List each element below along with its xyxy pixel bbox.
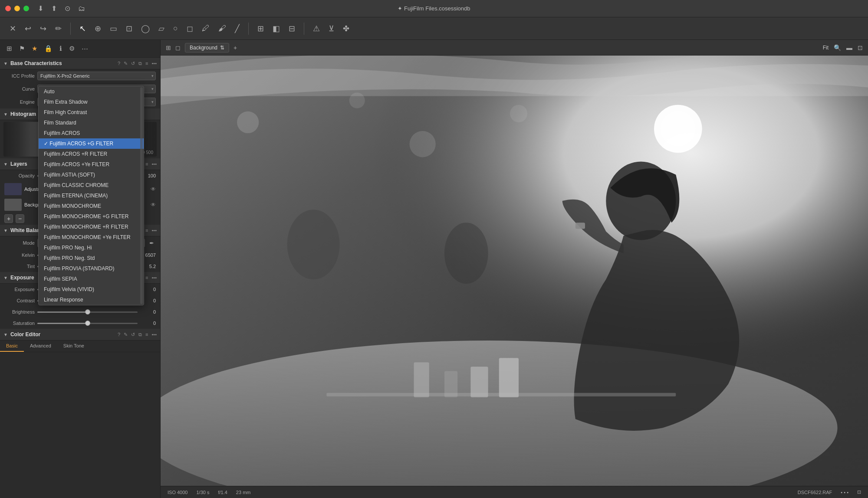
fullscreen-icon[interactable]: ⊡ [858,44,863,51]
close-button[interactable] [5,6,11,11]
curve-dropdown[interactable]: Auto Film Extra Shadow Film High Contras… [38,86,144,305]
compare-btn[interactable]: ⊟ [286,22,298,35]
single-view-icon[interactable]: ◻ [175,44,181,51]
download-icon[interactable]: ⬇ [38,4,43,13]
dropdown-item-fujifilm-mono-r[interactable]: Fujifilm MONOCHROME +R FILTER [39,222,144,232]
export-btn[interactable]: ⊻ [326,22,337,35]
eye-icon[interactable]: 👁 [151,186,156,192]
add-layer-button[interactable]: + [4,214,13,223]
radial-btn[interactable]: ◯ [138,22,152,35]
dropdown-item-fujifilm-mono-ye[interactable]: Fujifilm MONOCHROME +Ye FILTER [39,232,144,242]
brush-btn[interactable]: ▱ [156,22,167,35]
svg-point-9 [444,223,488,284]
dropdown-item-fujifilm-mono[interactable]: Fujifilm MONOCHROME [39,201,144,211]
panel-icon-info[interactable]: ℹ [57,43,64,54]
separator-1 [70,23,71,35]
panel-icon-dots[interactable]: ⋯ [79,43,90,54]
dropdown-item-fujifilm-acros-g[interactable]: Fujifilm ACROS +G FILTER [39,138,144,149]
color-editor-section[interactable]: ▼ Color Editor ? ✎ ↺ ⧉ ≡ ••• [0,329,160,341]
maximize-button[interactable] [23,6,29,11]
dropdown-item-fujifilm-acros-r[interactable]: Fujifilm ACROS +R FILTER [39,149,144,159]
color-tab-skin-tone[interactable]: Skin Tone [57,341,90,352]
dropdown-item-fujifilm-provia[interactable]: Fujifilm PROVIA (STANDARD) [39,263,144,274]
wb-menu-icon[interactable]: ≡ [145,228,148,233]
saturation-slider[interactable] [37,320,138,327]
dropdown-item-fujifilm-acros-ye[interactable]: Fujifilm ACROS +Ye FILTER [39,159,144,170]
exp-menu-icon[interactable]: ≡ [145,275,148,281]
line-btn[interactable]: ╱ [232,22,242,35]
pen-btn[interactable]: 🖊 [199,22,212,35]
edit-btn[interactable]: ✏ [53,22,64,35]
base-characteristics-section[interactable]: ▼ Base Characteristics ? ✎ ↺ ⧉ ≡ ••• [0,58,160,69]
dropdown-item-fujifilm-pro-neg-hi[interactable]: Fujifilm PRO Neg. Hi [39,242,144,253]
dropdown-item-fujifilm-pro-neg-std[interactable]: Fujifilm PRO Neg. Std [39,253,144,263]
fit-label[interactable]: Fit [823,45,829,51]
panel-icon-flag[interactable]: ⚑ [17,43,27,54]
color-help-icon[interactable]: ? [118,332,120,337]
upload-icon[interactable]: ⬆ [51,4,57,13]
edit-icon[interactable]: ✎ [124,61,128,66]
split-btn[interactable]: ◧ [270,22,283,35]
circle-btn[interactable]: ○ [171,22,181,35]
dropdown-item-fujifilm-velvia[interactable]: Fujifilm Velvia (VIVID) [39,284,144,295]
grid-view-icon[interactable]: ⊞ [166,44,171,51]
exp-more-icon[interactable]: ••• [151,275,157,281]
crop-btn[interactable]: ▭ [107,22,120,35]
color-reset-icon[interactable]: ↺ [131,332,135,337]
color-edit-icon[interactable]: ✎ [124,332,128,337]
minimize-button[interactable] [14,6,20,11]
dropdown-item-film-high-contrast[interactable]: Film High Contrast [39,107,144,118]
more-icon[interactable]: ••• [151,61,157,66]
panel-icon-lock[interactable]: 🔒 [42,43,55,54]
icc-select[interactable]: Fujifilm X-Pro2 Generic [37,72,156,80]
exposure-icon[interactable]: ▬ [846,44,852,51]
square-btn[interactable]: ◻ [184,22,196,35]
layers-menu-icon[interactable]: ≡ [145,161,148,167]
background-eye-icon[interactable]: 👁 [151,202,156,208]
dropdown-item-fujifilm-classic-chrome[interactable]: Fujifilm CLASSIC CHROME [39,180,144,190]
redo-btn[interactable]: ↪ [37,22,49,35]
camera-icon[interactable]: ⊙ [65,4,70,13]
remove-layer-button[interactable]: − [16,214,24,223]
reset-icon[interactable]: ↺ [131,61,135,66]
dropdown-item-linear-response[interactable]: Linear Response [39,295,144,305]
dropdown-item-film-standard[interactable]: Film Standard [39,118,144,128]
folder-icon[interactable]: 🗂 [78,5,85,13]
color-tab-advanced[interactable]: Advanced [24,341,57,352]
menu-icon[interactable]: ≡ [145,61,148,66]
canvas-tab[interactable]: Background ⇅ [185,43,229,52]
layers-more-icon[interactable]: ••• [151,161,157,167]
dropdown-item-fujifilm-eterna[interactable]: Fujifilm ETERNA (CINEMA) [39,190,144,201]
close-toolbar-btn[interactable]: ✕ [7,22,19,35]
paint-btn[interactable]: 🖌 [216,22,229,35]
help-icon[interactable]: ? [118,61,120,66]
dropdown-item-auto[interactable]: Auto [39,86,144,97]
color-tab-basic[interactable]: Basic [0,341,24,352]
dropdown-item-fujifilm-mono-g[interactable]: Fujifilm MONOCHROME +G FILTER [39,211,144,222]
rect-btn[interactable]: ⊡ [123,22,135,35]
panel-icon-star[interactable]: ★ [30,43,39,54]
undo-btn[interactable]: ↩ [22,22,34,35]
panel-icon-gear[interactable]: ⚙ [67,43,77,54]
dropdown-item-fujifilm-sepia[interactable]: Fujifilm SEPIA [39,274,144,284]
warn-btn[interactable]: ⚠ [310,22,322,35]
transform-btn[interactable]: ⊕ [92,22,104,35]
dropdown-item-film-extra-shadow[interactable]: Film Extra Shadow [39,97,144,107]
zoom-icon[interactable]: 🔍 [834,44,841,51]
wb-more-icon[interactable]: ••• [151,228,157,233]
grid-btn[interactable]: ⊞ [255,22,266,35]
color-menu-icon[interactable]: ≡ [145,332,148,337]
svg-point-7 [661,111,695,146]
select-btn[interactable]: ↖ [77,22,89,35]
brightness-slider[interactable] [37,308,138,315]
status-expand[interactable]: ⊡ [857,489,861,495]
dropdown-item-fujifilm-astia[interactable]: Fujifilm ASTIA (SOFT) [39,170,144,180]
color-copy-icon[interactable]: ⧉ [138,332,142,337]
wb-eyedropper-icon[interactable]: ✒ [148,239,156,247]
add-canvas-icon[interactable]: + [233,44,237,51]
dropdown-item-fujifilm-acros[interactable]: Fujifilm ACROS [39,128,144,138]
color-more-icon[interactable]: ••• [151,332,157,337]
settings-btn[interactable]: ✤ [340,22,352,35]
copy-icon[interactable]: ⧉ [138,61,142,66]
panel-icon-home[interactable]: ⊞ [4,43,14,54]
